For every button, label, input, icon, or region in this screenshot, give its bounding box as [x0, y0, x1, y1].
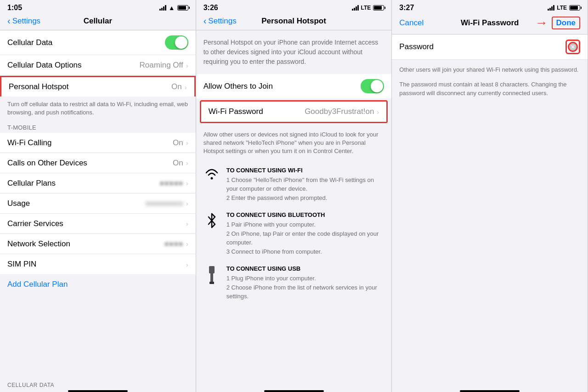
hotspot-body-text: Allow other users or devices not signed …: [196, 127, 392, 159]
calls-chevron: ›: [186, 159, 188, 167]
personal-hotspot-row[interactable]: Personal Hotspot On ›: [0, 76, 196, 97]
done-button[interactable]: Done: [552, 17, 581, 29]
cellular-data-options-label: Cellular Data Options: [7, 61, 82, 70]
battery-icon-1: [177, 5, 188, 11]
status-icons-3: LTE: [548, 5, 580, 11]
arrow-annotation: →: [535, 16, 548, 30]
cellular-data-section: Cellular Data Cellular Data Options Roam…: [0, 30, 196, 75]
usage-chevron: ›: [186, 199, 188, 207]
nav-bar-3: Cancel Wi-Fi Password → Done: [392, 14, 588, 34]
time-1: 1:05: [7, 4, 22, 12]
wifi-password-value: Goodby3Frustrat!on: [305, 107, 374, 116]
battery-icon-2: [373, 5, 384, 11]
home-indicator-1: [68, 390, 128, 392]
nav-title-1: Cellular: [84, 17, 112, 26]
tmobile-section-label: T-MOBILE: [0, 120, 196, 133]
nav-title-2: Personal Hotspot: [261, 17, 326, 26]
cancel-label: Cancel: [399, 18, 424, 28]
wifi-calling-status: On: [173, 138, 183, 148]
status-bar-2: 3:26 LTE: [196, 0, 392, 14]
password-hint-1: Other users will join your shared Wi-Fi …: [399, 65, 580, 74]
wifi-step-1: 1 Choose "HelloTech iPhone" from the Wi-…: [226, 176, 384, 193]
lte-label-2: LTE: [361, 5, 371, 11]
cellular-info-text: Turn off cellular data to restrict all d…: [0, 97, 196, 120]
network-selection-label: Network Selection: [7, 239, 70, 249]
wifi-password-highlight-box: Wi-Fi Password Goodby3Frustrat!on ›: [200, 100, 388, 123]
carrier-right: ›: [186, 220, 188, 227]
calls-other-devices-row[interactable]: Calls on Other Devices On ›: [0, 153, 196, 173]
status-bar-3: 3:27 LTE: [392, 0, 588, 14]
plans-chevron: ›: [186, 179, 188, 187]
clear-password-button[interactable]: ×: [568, 42, 578, 52]
chevron-back-icon-2: ‹: [204, 16, 207, 26]
add-cellular-plan-link[interactable]: Add Cellular Plan: [7, 280, 68, 289]
wifi-calling-chevron: ›: [186, 139, 188, 147]
status-icons-1: ▲: [159, 4, 188, 11]
cellular-data-toggle[interactable]: [165, 35, 188, 50]
password-input-section: Password ×: [392, 34, 588, 60]
bt-text-block: TO CONNECT USING BLUETOOTH 1 Pair iPhone…: [226, 211, 384, 256]
wifi-calling-row[interactable]: Wi-Fi Calling On ›: [0, 133, 196, 153]
personal-hotspot-right: On ›: [171, 82, 187, 91]
sim-pin-row[interactable]: SIM PIN ›: [0, 254, 196, 274]
allow-join-row[interactable]: Allow Others to Join: [196, 74, 392, 98]
hotspot-header-text: Personal Hotspot on your iPhone can prov…: [196, 30, 392, 74]
panel-wifi-password: 3:27 LTE Cancel Wi-Fi Password → Done Pa…: [392, 0, 588, 392]
cancel-button[interactable]: Cancel: [399, 18, 424, 28]
cellular-data-options-row[interactable]: Cellular Data Options Roaming Off ›: [0, 55, 196, 75]
calls-other-devices-label: Calls on Other Devices: [7, 159, 87, 168]
lte-label-3: LTE: [557, 5, 567, 11]
usage-row[interactable]: Usage ●●●●●●●● ›: [0, 193, 196, 214]
wifi-calling-label: Wi-Fi Calling: [7, 138, 51, 148]
signal-icon-1: [159, 5, 166, 11]
nav-title-3: Wi-Fi Password: [461, 18, 519, 28]
svg-rect-1: [209, 266, 215, 273]
sim-pin-right: ›: [186, 261, 188, 268]
svg-rect-3: [209, 282, 214, 284]
bt-connect-block: TO CONNECT USING BLUETOOTH 1 Pair iPhone…: [204, 211, 384, 256]
usb-text-block: TO CONNECT USING USB 1 Plug iPhone into …: [226, 265, 384, 301]
done-area: → Done: [535, 16, 581, 30]
connect-instructions: TO CONNECT USING WI-FI 1 Choose "HelloTe…: [196, 159, 392, 318]
status-icons-2: LTE: [352, 5, 384, 11]
back-label-2: Settings: [208, 17, 236, 26]
tmobile-section: Wi-Fi Calling On › Calls on Other Device…: [0, 133, 196, 274]
calls-other-right: On ›: [173, 159, 188, 168]
network-chevron: ›: [186, 240, 188, 248]
network-selection-row[interactable]: Network Selection ●●●● ›: [0, 234, 196, 254]
usage-label: Usage: [7, 199, 30, 208]
panel-cellular: 1:05 ▲ ‹ Settings Cellular Cellular Data…: [0, 0, 196, 392]
panel-hotspot: 3:26 LTE ‹ Settings Personal Hotspot Per…: [196, 0, 392, 392]
bottom-section-label: CELLULAR DATA: [7, 382, 54, 388]
allow-join-toggle[interactable]: [361, 79, 384, 93]
panel3-footer: [392, 103, 588, 392]
calls-other-status: On: [173, 159, 183, 168]
clear-button-box: ×: [565, 40, 580, 54]
carrier-chevron: ›: [186, 220, 188, 227]
back-button-1[interactable]: ‹ Settings: [7, 16, 40, 26]
cellular-plans-value: ●●●●●: [159, 179, 183, 188]
cellular-plans-row[interactable]: Cellular Plans ●●●●● ›: [0, 173, 196, 193]
wifi-password-label: Wi-Fi Password: [209, 107, 263, 116]
chevron-back-icon-1: ‹: [7, 16, 11, 26]
password-hint-2: The password must contain at least 8 cha…: [399, 80, 580, 98]
add-plan-section: Add Cellular Plan: [0, 274, 196, 295]
cellular-data-label: Cellular Data: [7, 38, 52, 47]
carrier-services-label: Carrier Services: [7, 219, 63, 228]
cellular-plans-label: Cellular Plans: [7, 179, 56, 188]
status-bar-1: 1:05 ▲: [0, 0, 196, 14]
back-button-2[interactable]: ‹ Settings: [204, 16, 237, 26]
wifi-text-block: TO CONNECT USING WI-FI 1 Choose "HelloTe…: [226, 167, 384, 203]
network-right: ●●●● ›: [164, 239, 188, 249]
password-input-row[interactable]: Password ×: [392, 34, 588, 60]
cellular-data-row[interactable]: Cellular Data: [0, 30, 196, 55]
usb-connect-title: TO CONNECT USING USB: [226, 265, 384, 272]
usage-value: ●●●●●●●●: [146, 199, 183, 208]
carrier-services-row[interactable]: Carrier Services ›: [0, 214, 196, 234]
hotspot-section: Personal Hotspot On ›: [0, 75, 196, 97]
wifi-password-row[interactable]: Wi-Fi Password Goodby3Frustrat!on ›: [201, 102, 387, 122]
bt-step-1: 1 Pair iPhone with your computer.: [226, 220, 384, 229]
wifi-connect-icon: [204, 168, 220, 184]
nav-bar-1: ‹ Settings Cellular: [0, 14, 196, 30]
signal-icon-3: [548, 5, 554, 11]
